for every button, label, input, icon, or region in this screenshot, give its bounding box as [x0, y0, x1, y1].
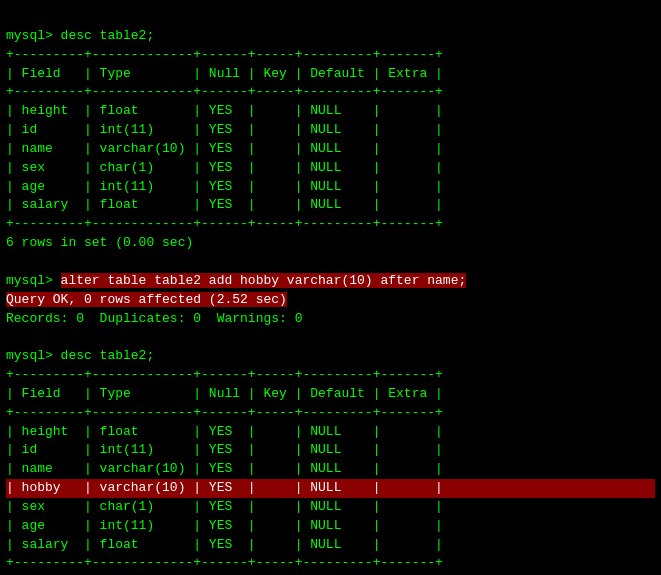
terminal-line: | name | varchar(10) | YES | | NULL | |	[6, 140, 655, 159]
prompt-text: mysql>	[6, 273, 61, 288]
terminal-line	[6, 253, 655, 272]
terminal-line: | Field | Type | Null | Key | Default | …	[6, 65, 655, 84]
query-ok-text: Query OK, 0 rows affected (2.52 sec)	[6, 292, 287, 307]
terminal-line: | id | int(11) | YES | | NULL | |	[6, 441, 655, 460]
terminal-line: | salary | float | YES | | NULL | |	[6, 196, 655, 215]
terminal-line: | age | int(11) | YES | | NULL | |	[6, 517, 655, 536]
terminal-line: +---------+-------------+------+-----+--…	[6, 46, 655, 65]
terminal-line: | salary | float | YES | | NULL | |	[6, 536, 655, 555]
terminal-line: | age | int(11) | YES | | NULL | |	[6, 178, 655, 197]
terminal-line: | sex | char(1) | YES | | NULL | |	[6, 498, 655, 517]
terminal-line: Records: 0 Duplicates: 0 Warnings: 0	[6, 310, 655, 329]
terminal-line: mysql> alter table table2 add hobby varc…	[6, 272, 655, 291]
prompt: mysql> desc table2;	[6, 348, 154, 363]
terminal-line: | height | float | YES | | NULL | |	[6, 102, 655, 121]
terminal-line: +---------+-------------+------+-----+--…	[6, 554, 655, 573]
terminal-line: mysql> desc table2;	[6, 27, 655, 46]
prompt: mysql> desc table2;	[6, 28, 154, 43]
table-row-highlighted: | hobby | varchar(10) | YES | | NULL | |	[6, 479, 655, 498]
terminal-line	[6, 328, 655, 347]
terminal-line: | Field | Type | Null | Key | Default | …	[6, 385, 655, 404]
terminal-line: mysql> desc table2;	[6, 347, 655, 366]
terminal-line: | name | varchar(10) | YES | | NULL | |	[6, 460, 655, 479]
terminal-line: +---------+-------------+------+-----+--…	[6, 404, 655, 423]
command-text: alter table table2 add hobby varchar(10)…	[61, 273, 467, 288]
terminal-line: | id | int(11) | YES | | NULL | |	[6, 121, 655, 140]
terminal-line: | sex | char(1) | YES | | NULL | |	[6, 159, 655, 178]
terminal-line: | height | float | YES | | NULL | |	[6, 423, 655, 442]
terminal-line: 6 rows in set (0.00 sec)	[6, 234, 655, 253]
terminal-line: +---------+-------------+------+-----+--…	[6, 215, 655, 234]
terminal-line: +---------+-------------+------+-----+--…	[6, 83, 655, 102]
terminal-line: Query OK, 0 rows affected (2.52 sec)	[6, 291, 655, 310]
terminal-line: +---------+-------------+------+-----+--…	[6, 366, 655, 385]
terminal: mysql> desc table2;+---------+----------…	[6, 8, 655, 575]
